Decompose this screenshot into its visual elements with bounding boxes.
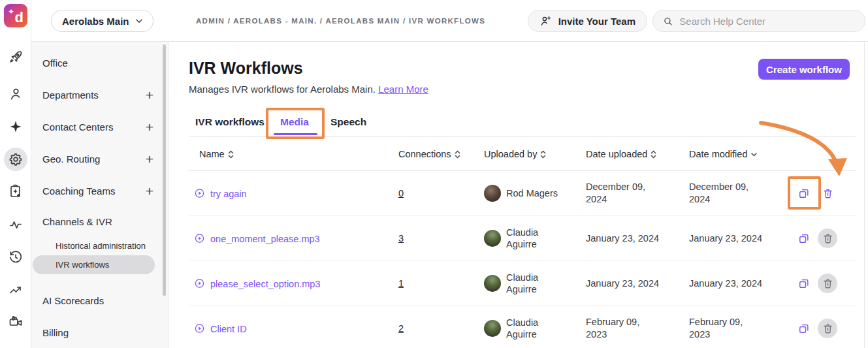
table-row: please_select_option.mp3 1 Claudia Aguir… [189,261,856,306]
workspace-selector[interactable]: Aerolabs Main [51,10,153,32]
duplicate-icon [797,232,811,245]
play-icon [194,188,205,199]
column-header-date-uploaded[interactable]: Date uploaded [586,137,656,171]
connections-link[interactable]: 0 [398,188,404,198]
rocket-icon[interactable] [8,50,24,65]
date-modified-cell: February 09, 2023 [689,316,765,341]
avatar [484,230,501,247]
sort-icon [540,150,546,159]
learn-more-link[interactable]: Learn More [378,84,428,95]
date-modified-cell: January 23, 2024 [689,277,765,290]
uploaded-by-cell: Claudia Aguirre [484,227,561,250]
add-icon[interactable]: + [146,152,153,166]
page-subtitle: Manages IVR workflows for Aerolabs Main.… [189,84,428,95]
help-search-input[interactable] [679,16,856,27]
tab-speech[interactable]: Speech [330,116,366,128]
clipboard-ai-icon[interactable] [8,183,24,199]
date-uploaded-cell: January 23, 2024 [586,277,662,290]
sidebar-item-billing[interactable]: Billing [31,317,168,348]
date-uploaded-cell: December 09, 2024 [586,181,662,206]
create-workflow-button[interactable]: Create workflow [758,59,850,80]
duplicate-button[interactable] [794,183,814,203]
media-name-link[interactable]: one_moment_please.mp3 [194,233,320,244]
column-header-date-modified[interactable]: Date modified [689,137,758,171]
dialpad-logo[interactable]: ✦ d [4,4,27,27]
sparkle-icon[interactable] [8,119,24,134]
sidebar: Office Departments+ Contact Centers+ Geo… [31,42,169,348]
activity-pulse-icon[interactable] [8,217,24,232]
duplicate-icon [797,277,811,290]
sort-icon [228,150,234,159]
add-icon[interactable]: + [146,120,153,134]
help-search[interactable] [652,10,865,32]
breadcrumb: ADMIN / AEROLABS - MAIN. / AEROLABS MAIN… [196,0,485,42]
search-icon [662,15,673,27]
sidebar-item-ai-scorecards[interactable]: AI Scorecards [31,285,168,317]
media-name-link[interactable]: Client ID [194,323,247,334]
table-header: Name Connections Uploaded by Date upload… [189,137,856,171]
table-row: Client ID 2 Claudia Aguirre February 09,… [189,306,856,348]
active-tab-underline [274,133,317,135]
sidebar-item-coaching-teams[interactable]: Coaching Teams+ [31,175,168,207]
duplicate-button[interactable] [794,274,814,293]
icon-rail: ✦ d [0,0,31,348]
page-title: IVR Workflows [189,59,303,78]
user-icon[interactable] [8,86,24,102]
sidebar-item-historical-administration[interactable]: Historical administration [31,236,168,255]
meeting-camera-icon[interactable] [8,314,24,330]
chevron-down-icon [133,15,145,27]
settings-gear-icon[interactable] [8,151,24,167]
sidebar-item-contact-centers[interactable]: Contact Centers+ [31,111,168,143]
avatar [484,320,501,337]
delete-button[interactable] [818,183,837,203]
date-modified-cell: January 23, 2024 [689,232,765,245]
media-name-link[interactable]: please_select_option.mp3 [194,278,320,289]
invite-label: Invite Your Team [558,16,635,27]
invite-your-team-button[interactable]: Invite Your Team [528,10,647,32]
add-icon[interactable]: + [146,184,153,198]
user-plus-icon [539,14,553,27]
media-name-link[interactable]: try again [194,188,247,199]
trash-icon [822,277,834,290]
uploaded-by-cell: Claudia Aguirre [484,317,561,340]
sidebar-item-office[interactable]: Office [31,47,168,79]
connections-link[interactable]: 2 [398,323,404,334]
duplicate-button[interactable] [794,229,814,248]
avatar [484,275,501,292]
sidebar-scrollbar[interactable] [163,44,166,296]
connections-link[interactable]: 1 [398,278,404,289]
sidebar-item-departments[interactable]: Departments+ [31,79,168,111]
date-modified-cell: December 09, 2024 [689,181,765,206]
delete-button-disabled [818,274,837,293]
add-icon[interactable]: + [146,88,153,102]
play-icon [194,233,205,244]
media-table: try again 0 Rod Magers December 09, 2024… [189,171,856,348]
table-row: one_moment_please.mp3 3 Claudia Aguirre … [189,216,856,261]
date-uploaded-cell: January 23, 2024 [586,232,662,245]
sidebar-item-ivr-workflows[interactable]: IVR workflows [33,255,155,274]
sort-icon [455,150,460,159]
column-header-uploaded-by[interactable]: Uploaded by [484,137,546,171]
uploaded-by-cell: Rod Magers [484,185,561,202]
history-clock-icon[interactable] [8,249,24,265]
column-header-name[interactable]: Name [199,137,234,171]
sidebar-item-channels-ivr[interactable]: Channels & IVR [31,207,168,236]
trash-icon [822,232,834,245]
avatar [484,185,501,202]
play-icon [194,323,205,334]
sidebar-item-geo-routing[interactable]: Geo. Routing+ [31,143,168,175]
trash-icon [822,187,834,200]
main-scrollbar-track[interactable] [864,42,865,348]
trending-up-icon[interactable] [8,282,24,298]
tab-media[interactable]: Media [280,116,309,128]
logo-letter: d [15,9,24,26]
tab-ivr-workflows[interactable]: IVR workflows [195,116,265,128]
column-header-connections[interactable]: Connections [398,137,460,171]
delete-button-disabled [818,319,837,338]
delete-button-disabled [818,229,837,248]
duplicate-button[interactable] [794,319,814,338]
table-row: try again 0 Rod Magers December 09, 2024… [189,171,856,216]
workspace-name: Aerolabs Main [62,16,133,27]
play-icon [194,278,205,289]
connections-link[interactable]: 3 [398,233,404,244]
